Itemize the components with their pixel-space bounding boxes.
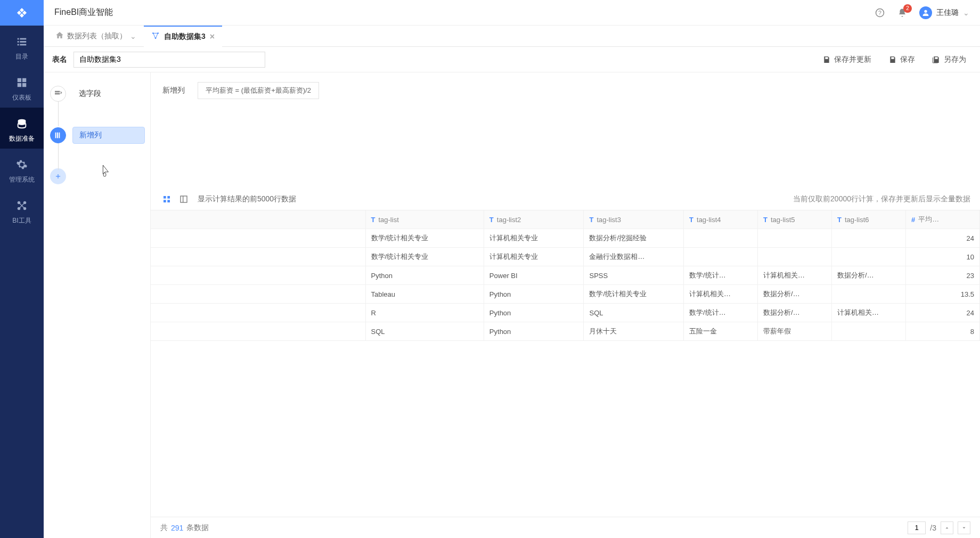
nav-admin[interactable]: 管理系统 bbox=[0, 149, 44, 190]
table-row[interactable]: TableauPython数学/统计相关专业计算机相关…数据分析/…13.5 bbox=[151, 285, 980, 304]
preview-toolbar: 显示计算结果的前5000行数据 当前仅取前20000行计算，保存并更新后显示全量… bbox=[151, 189, 980, 210]
table-cell bbox=[832, 248, 906, 266]
step-label: 选字段 bbox=[72, 85, 145, 102]
table-cell: 24 bbox=[905, 304, 979, 322]
home-icon bbox=[55, 31, 64, 41]
table-cell: R bbox=[365, 304, 484, 322]
table-cell: 数据分析/… bbox=[758, 304, 832, 322]
nav-label: 管理系统 bbox=[9, 175, 35, 184]
table-row[interactable]: SQLPython月休十天五险一金带薪年假8 bbox=[151, 322, 980, 341]
step-new-column[interactable]: 新增列 bbox=[50, 127, 150, 144]
left-sidebar: 目录 仪表板 数据准备 管理系统 BI工具 bbox=[0, 0, 44, 538]
save-button[interactable]: 保存 bbox=[883, 51, 920, 68]
svg-point-17 bbox=[924, 10, 927, 12]
breadcrumb-label: 数据列表（抽取） bbox=[67, 31, 127, 41]
formula-text[interactable]: 平均薪资 = (最低薪资+最高薪资)/2 bbox=[198, 82, 319, 99]
logo[interactable] bbox=[0, 0, 44, 26]
select-fields-icon bbox=[50, 86, 66, 102]
product-title: FineBI商业智能 bbox=[54, 7, 875, 18]
table-cell bbox=[832, 322, 906, 341]
table-cell: 数学/统计相关专业 bbox=[584, 285, 684, 304]
column-header[interactable]: #平均… bbox=[905, 210, 979, 229]
column-header[interactable]: Ttag-list4 bbox=[684, 210, 758, 229]
dataset-icon bbox=[151, 31, 160, 42]
table-cell: Python bbox=[484, 285, 584, 304]
save-as-button[interactable]: 另存为 bbox=[927, 51, 971, 68]
svg-rect-4 bbox=[18, 44, 19, 46]
table-row[interactable]: 数学/统计相关专业计算机相关专业数据分析/挖掘经验24 bbox=[151, 229, 980, 248]
nav-catalog[interactable]: 目录 bbox=[0, 26, 44, 67]
table-row[interactable]: 数学/统计相关专业计算机相关专业金融行业数据相…10 bbox=[151, 248, 980, 266]
table-name-label: 表名 bbox=[52, 55, 67, 64]
avatar-icon bbox=[919, 6, 932, 19]
button-label: 保存 bbox=[900, 55, 915, 64]
help-icon[interactable]: ? bbox=[875, 7, 885, 18]
svg-rect-30 bbox=[167, 200, 170, 202]
preview-note-left: 显示计算结果的前5000行数据 bbox=[198, 194, 296, 204]
data-table[interactable]: Ttag-list Ttag-list2 Ttag-list3 Ttag-lis… bbox=[151, 210, 980, 517]
table-cell: Power BI bbox=[484, 266, 584, 285]
table-cell: SPSS bbox=[584, 266, 684, 285]
table-cell: 数学/统计相关专业 bbox=[365, 229, 484, 248]
table-cell: 数据分析/挖掘经验 bbox=[584, 229, 684, 248]
prev-page-button[interactable] bbox=[941, 521, 953, 534]
total-suffix: 条数据 bbox=[186, 523, 209, 533]
button-label: 另存为 bbox=[944, 55, 966, 64]
next-page-button[interactable] bbox=[958, 521, 970, 534]
step-label: 新增列 bbox=[72, 127, 145, 144]
close-icon[interactable]: × bbox=[210, 32, 215, 42]
svg-rect-6 bbox=[18, 78, 21, 82]
bell-icon[interactable]: 2 bbox=[897, 7, 908, 18]
chevron-down-icon: ⌄ bbox=[130, 32, 136, 40]
table-cell: SQL bbox=[584, 304, 684, 322]
svg-rect-27 bbox=[164, 196, 166, 199]
add-step-button[interactable] bbox=[50, 168, 66, 184]
nav-dashboard[interactable]: 仪表板 bbox=[0, 67, 44, 108]
column-header[interactable]: Ttag-list3 bbox=[584, 210, 684, 229]
table-cell: Python bbox=[365, 266, 484, 285]
table-cell bbox=[832, 229, 906, 248]
svg-rect-3 bbox=[20, 41, 26, 43]
table-cell: 带薪年假 bbox=[758, 322, 832, 341]
tab-bar: 数据列表（抽取） ⌄ 自助数据集3 × bbox=[44, 26, 980, 47]
table-header-row: Ttag-list Ttag-list2 Ttag-list3 Ttag-lis… bbox=[151, 210, 980, 229]
tab-label: 自助数据集3 bbox=[164, 32, 206, 42]
column-header[interactable]: Ttag-list6 bbox=[832, 210, 906, 229]
tab-dataset[interactable]: 自助数据集3 × bbox=[144, 26, 222, 47]
table-cell: 数学/统计… bbox=[684, 304, 758, 322]
table-cell: 计算机相关… bbox=[684, 285, 758, 304]
column-header[interactable]: Ttag-list2 bbox=[484, 210, 584, 229]
grid-view-button[interactable] bbox=[160, 193, 173, 206]
table-cell: 13.5 bbox=[905, 285, 979, 304]
save-update-button[interactable]: 保存并更新 bbox=[817, 51, 877, 68]
column-header[interactable]: Ttag-list bbox=[365, 210, 484, 229]
top-header: FineBI商业智能 ? 2 王佳璐 ⌄ bbox=[44, 0, 980, 26]
column-header[interactable]: Ttag-list5 bbox=[758, 210, 832, 229]
table-cell: 五险一金 bbox=[684, 322, 758, 341]
table-name-input[interactable] bbox=[74, 52, 265, 68]
nav-bitools[interactable]: BI工具 bbox=[0, 190, 44, 231]
nav-dataprep[interactable]: 数据准备 bbox=[0, 108, 44, 149]
table-cell bbox=[758, 248, 832, 266]
nav-label: 仪表板 bbox=[12, 93, 31, 102]
svg-rect-7 bbox=[22, 78, 26, 82]
total-prefix: 共 bbox=[160, 523, 168, 533]
breadcrumb[interactable]: 数据列表（抽取） ⌄ bbox=[52, 31, 140, 41]
split-view-button[interactable] bbox=[177, 193, 190, 206]
table-row[interactable]: RPythonSQL数学/统计…数据分析/…计算机相关…24 bbox=[151, 304, 980, 322]
svg-rect-23 bbox=[55, 133, 56, 138]
step-select-fields[interactable]: 选字段 bbox=[50, 85, 150, 102]
nav-label: 目录 bbox=[15, 52, 28, 61]
table-row[interactable]: PythonPower BISPSS数学/统计…计算机相关…数据分析/…23 bbox=[151, 266, 980, 285]
text-type-icon: T bbox=[371, 216, 375, 224]
footer: 共 291 条数据 /3 bbox=[151, 517, 980, 538]
table-cell: Python bbox=[484, 322, 584, 341]
svg-rect-25 bbox=[59, 133, 60, 138]
text-type-icon: T bbox=[837, 216, 842, 224]
svg-rect-1 bbox=[20, 38, 26, 40]
svg-rect-29 bbox=[164, 200, 166, 202]
user-menu[interactable]: 王佳璐 ⌄ bbox=[919, 6, 969, 19]
svg-rect-0 bbox=[18, 38, 19, 40]
page-input[interactable] bbox=[908, 521, 926, 534]
table-cell: 计算机相关专业 bbox=[484, 248, 584, 266]
